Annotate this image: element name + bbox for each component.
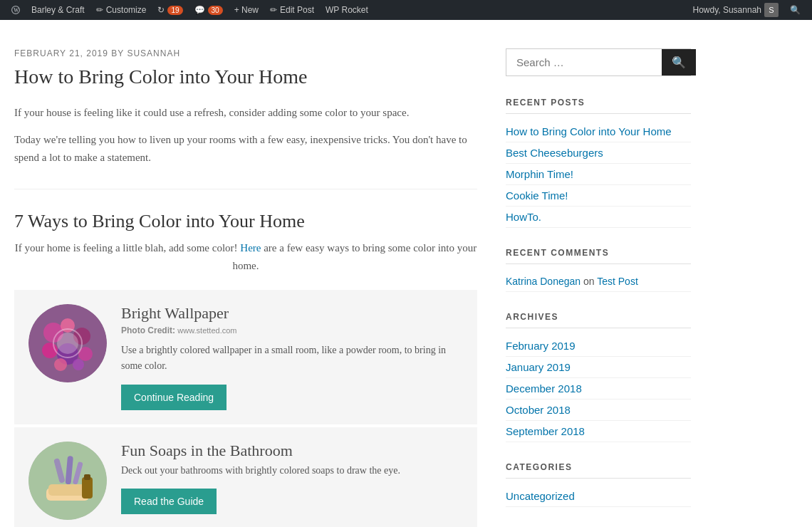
archive-link[interactable]: October 2018 [506,400,691,421]
sidebar-search: 🔍 [506,48,691,76]
post-title: How to Bring Color into Your Home [14,64,477,90]
categories-title: Categories [506,462,691,479]
site-name[interactable]: Barley & Craft [26,0,90,20]
sub-post-section: 7 Ways to Bring Color into Your Home If … [14,211,477,527]
post-excerpt-p2: Today we're telling you how to liven up … [14,131,477,167]
post-meta: February 21, 2019 by Susannah [14,48,477,58]
wp-rocket-button[interactable]: WP Rocket [320,0,374,20]
recent-post-link[interactable]: Cookie Time! [506,185,691,207]
sub-post-lead: If your home is feeling a little blah, a… [14,239,477,276]
archives-title: Archives [506,312,691,328]
recent-posts-list: How to Bring Color into Your HomeBest Ch… [506,121,691,228]
admin-bar: W Barley & Craft ✏ Customize ↻ 19 💬 30 +… [0,0,812,20]
sub-post-title: 7 Ways to Bring Color into Your Home [14,211,477,232]
archives-list: February 2019January 2019December 2018Oc… [506,335,691,442]
recent-post-link[interactable]: Morphin Time! [506,164,691,185]
edit-post-button[interactable]: ✏ Edit Post [264,0,320,20]
comments-button[interactable]: 💬 30 [189,0,229,20]
card-list: Bright Wallpaper Photo Credit: www.stett… [14,290,477,527]
howdy-user[interactable]: Howdy, Susannah S [687,0,784,20]
archive-link[interactable]: December 2018 [506,378,691,400]
card-desc-soaps: Deck out your bathrooms with brightly co… [121,463,463,479]
updates-button[interactable]: ↻ 19 [152,0,188,20]
recent-posts-title: Recent Posts [506,98,691,114]
card-soaps: Fun Soaps in the Bathroom Deck out your … [14,427,477,527]
card-image-soaps [28,442,107,520]
post-excerpt-p1: If your house is feeling like it could u… [14,104,477,122]
main-wrapper: February 21, 2019 by Susannah How to Bri… [0,20,812,527]
content-area: February 21, 2019 by Susannah How to Bri… [14,48,477,527]
sidebar-recent-posts: Recent Posts How to Bring Color into You… [506,98,691,228]
search-input[interactable] [506,49,662,75]
card-body-soaps: Fun Soaps in the Bathroom Deck out your … [121,442,463,514]
sidebar-categories: Categories Uncategorized [506,462,691,507]
category-link[interactable]: Uncategorized [506,486,691,507]
svg-rect-18 [48,484,87,496]
continue-reading-button[interactable]: Continue Reading [121,385,227,410]
svg-text:W: W [14,8,19,14]
categories-list: Uncategorized [506,486,691,507]
sub-post-link[interactable]: Here [240,242,261,254]
archive-link[interactable]: January 2019 [506,357,691,378]
card-title-soaps: Fun Soaps in the Bathroom [121,442,463,460]
divider [14,189,477,189]
card-body-wallpaper: Bright Wallpaper Photo Credit: www.stett… [121,304,463,410]
svg-point-9 [54,358,67,371]
search-button[interactable]: 🔍 [662,49,696,75]
comment-author-link[interactable]: Katrina Donegan [506,276,581,287]
archive-link[interactable]: February 2019 [506,335,691,357]
wp-logo[interactable]: W [6,0,26,20]
new-button[interactable]: + New [229,0,264,20]
post-excerpt: If your house is feeling like it could u… [14,104,477,167]
recent-post-link[interactable]: Best Cheeseburgers [506,142,691,164]
main-post: February 21, 2019 by Susannah How to Bri… [14,48,477,167]
card-credit-wallpaper: Photo Credit: www.stetted.com [121,325,463,335]
sidebar: 🔍 Recent Posts How to Bring Color into Y… [506,48,691,527]
svg-point-12 [57,333,78,354]
search-admin-icon[interactable]: 🔍 [784,0,806,20]
read-guide-button[interactable]: Read the Guide [121,489,217,514]
card-desc-wallpaper: Use a brightly colored wallpaper in a sm… [121,343,463,375]
archive-link[interactable]: September 2018 [506,421,691,442]
recent-post-link[interactable]: HowTo. [506,207,691,228]
comment-post-link[interactable]: Test Post [597,276,638,287]
card-wallpaper: Bright Wallpaper Photo Credit: www.stett… [14,290,477,424]
comment-item: Katrina Donegan on Test Post [506,271,691,292]
card-image-wallpaper [28,304,107,382]
svg-rect-20 [84,474,90,480]
recent-comments-title: Recent Comments [506,248,691,264]
card-title-wallpaper: Bright Wallpaper [121,304,463,323]
sidebar-archives: Archives February 2019January 2019Decemb… [506,312,691,442]
svg-point-10 [73,359,84,370]
sidebar-recent-comments: Recent Comments Katrina Donegan on Test … [506,248,691,292]
recent-post-link[interactable]: How to Bring Color into Your Home [506,121,691,142]
svg-rect-19 [82,477,93,499]
customize-button[interactable]: ✏ Customize [90,0,152,20]
